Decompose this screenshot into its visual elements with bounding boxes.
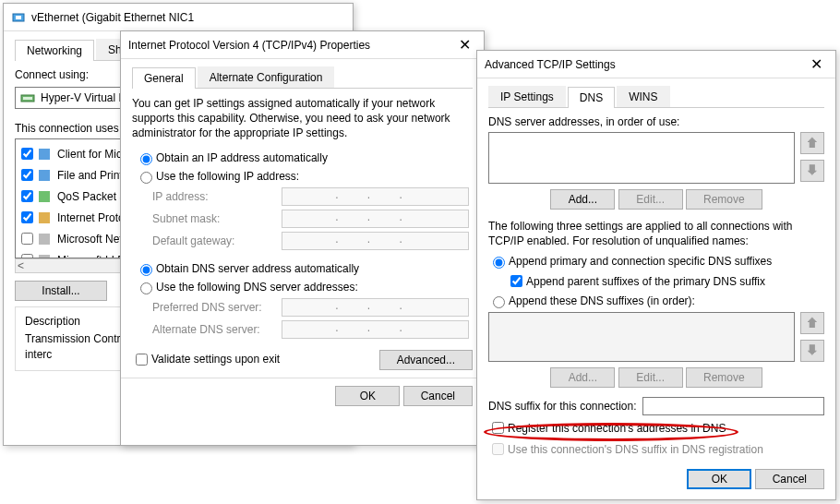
radio-suffix-primary[interactable]: Append primary and connection specific D… bbox=[488, 254, 824, 269]
win3-title: Advanced TCP/IP Settings bbox=[485, 58, 805, 71]
suffix-conn-input[interactable] bbox=[642, 397, 824, 415]
radio-dns-manual[interactable]: Use the following DNS server addresses: bbox=[136, 280, 469, 294]
suffix-move-down-button[interactable]: 🡇 bbox=[800, 340, 824, 362]
ipv4-properties-window: Internet Protocol Version 4 (TCP/IPv4) P… bbox=[120, 30, 485, 446]
svg-rect-7 bbox=[39, 212, 50, 223]
win2-titlebar: Internet Protocol Version 4 (TCP/IPv4) P… bbox=[121, 31, 484, 59]
radio-ip-manual[interactable]: Use the following IP address: bbox=[136, 169, 469, 184]
suffix-add-button[interactable]: Add... bbox=[550, 367, 615, 388]
svg-rect-5 bbox=[39, 170, 50, 181]
win1-title: vEthernet (Gigabit Ethernet NIC1 bbox=[31, 11, 345, 24]
svg-rect-4 bbox=[39, 149, 50, 160]
win3-tabs: IP Settings DNS WINS bbox=[488, 86, 824, 108]
dns-servers-list[interactable] bbox=[488, 132, 795, 184]
radio-dns-auto[interactable]: Obtain DNS server address automatically bbox=[136, 261, 469, 276]
suffix-remove-button[interactable]: Remove bbox=[686, 367, 762, 388]
scroll-left-icon[interactable]: < bbox=[18, 259, 24, 272]
pref-dns-input[interactable]: . . . bbox=[282, 298, 469, 317]
component-icon bbox=[37, 189, 52, 204]
subnet-label: Subnet mask: bbox=[152, 212, 282, 225]
checkbox[interactable] bbox=[21, 233, 33, 245]
win3-titlebar: Advanced TCP/IP Settings ✕ bbox=[477, 51, 835, 78]
move-down-button[interactable]: 🡇 bbox=[800, 160, 824, 182]
svg-rect-1 bbox=[16, 16, 21, 19]
radio-ip-auto[interactable]: Obtain an IP address automatically bbox=[136, 150, 469, 165]
checkbox[interactable] bbox=[21, 190, 33, 202]
tab-dns[interactable]: DNS bbox=[568, 87, 615, 108]
install-button[interactable]: Install... bbox=[15, 281, 107, 301]
suffix-conn-label: DNS suffix for this connection: bbox=[488, 400, 637, 413]
ok-button[interactable]: OK bbox=[335, 386, 400, 406]
ip-address-label: IP address: bbox=[152, 190, 282, 203]
adapter-icon bbox=[20, 90, 35, 105]
svg-rect-3 bbox=[23, 97, 32, 100]
subnet-input[interactable]: . . . bbox=[282, 210, 469, 228]
tab-ip-settings[interactable]: IP Settings bbox=[488, 86, 566, 107]
advanced-button[interactable]: Advanced... bbox=[379, 350, 473, 370]
win2-tabs: General Alternate Configuration bbox=[132, 66, 473, 89]
remove-button[interactable]: Remove bbox=[686, 189, 762, 210]
tab-networking[interactable]: Networking bbox=[15, 40, 94, 61]
tab-alternate[interactable]: Alternate Configuration bbox=[198, 66, 335, 88]
dns-servers-label: DNS server addresses, in order of use: bbox=[488, 115, 824, 128]
checkbox[interactable] bbox=[21, 169, 33, 181]
radio-suffix-these[interactable]: Append these DNS suffixes (in order): bbox=[488, 294, 824, 308]
validate-checkbox[interactable]: Validate settings upon exit bbox=[132, 351, 280, 368]
ok-button[interactable]: OK bbox=[687, 469, 751, 489]
checkbox[interactable] bbox=[21, 148, 33, 160]
checkbox-use-suffix[interactable]: Use this connection's DNS suffix in DNS … bbox=[488, 440, 824, 458]
alt-dns-label: Alternate DNS server: bbox=[152, 323, 282, 336]
edit-button[interactable]: Edit... bbox=[618, 189, 683, 210]
move-up-button[interactable]: 🡅 bbox=[800, 132, 824, 154]
win1-titlebar: vEthernet (Gigabit Ethernet NIC1 bbox=[4, 4, 353, 31]
close-icon[interactable]: ✕ bbox=[805, 55, 828, 73]
win2-title: Internet Protocol Version 4 (TCP/IPv4) P… bbox=[128, 39, 453, 52]
checkbox-register-dns[interactable]: Register this connection's addresses in … bbox=[488, 419, 824, 437]
tab-general[interactable]: General bbox=[132, 67, 196, 89]
dns-suffixes-list[interactable] bbox=[488, 312, 795, 362]
gateway-input[interactable]: . . . bbox=[282, 232, 469, 250]
adapter-name: Hyper-V Virtual E bbox=[41, 91, 126, 104]
alt-dns-input[interactable]: . . . bbox=[282, 320, 469, 339]
tab-wins[interactable]: WINS bbox=[617, 86, 669, 107]
component-icon bbox=[37, 232, 52, 246]
cancel-button[interactable]: Cancel bbox=[755, 469, 824, 489]
intro-text: You can get IP settings assigned automat… bbox=[132, 96, 473, 141]
checkbox-append-parent[interactable]: Append parent suffixes of the primary DN… bbox=[488, 272, 824, 290]
component-icon bbox=[37, 147, 52, 162]
svg-rect-8 bbox=[39, 234, 50, 245]
checkbox[interactable] bbox=[21, 211, 33, 223]
ethernet-icon bbox=[11, 10, 26, 25]
svg-rect-6 bbox=[39, 191, 50, 202]
suffix-move-up-button[interactable]: 🡅 bbox=[800, 312, 824, 334]
ip-address-input[interactable]: . . . bbox=[282, 187, 469, 206]
close-icon[interactable]: ✕ bbox=[453, 36, 476, 54]
add-button[interactable]: Add... bbox=[550, 189, 615, 210]
pref-dns-label: Preferred DNS server: bbox=[152, 301, 282, 314]
component-icon bbox=[37, 168, 52, 183]
suffix-intro: The following three settings are applied… bbox=[488, 219, 824, 248]
component-icon bbox=[37, 210, 52, 225]
cancel-button[interactable]: Cancel bbox=[403, 386, 473, 406]
gateway-label: Default gateway: bbox=[152, 234, 282, 247]
advanced-tcpip-window: Advanced TCP/IP Settings ✕ IP Settings D… bbox=[476, 50, 836, 500]
suffix-edit-button[interactable]: Edit... bbox=[618, 367, 683, 388]
